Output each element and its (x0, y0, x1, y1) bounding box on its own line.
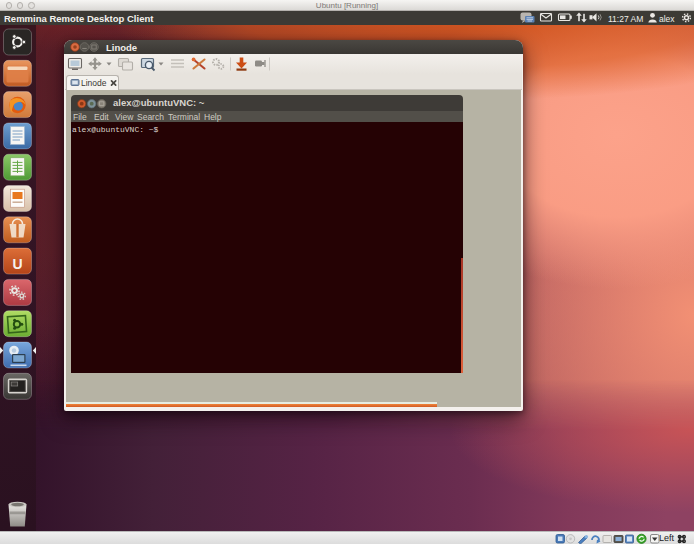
svg-text:U: U (12, 256, 22, 272)
